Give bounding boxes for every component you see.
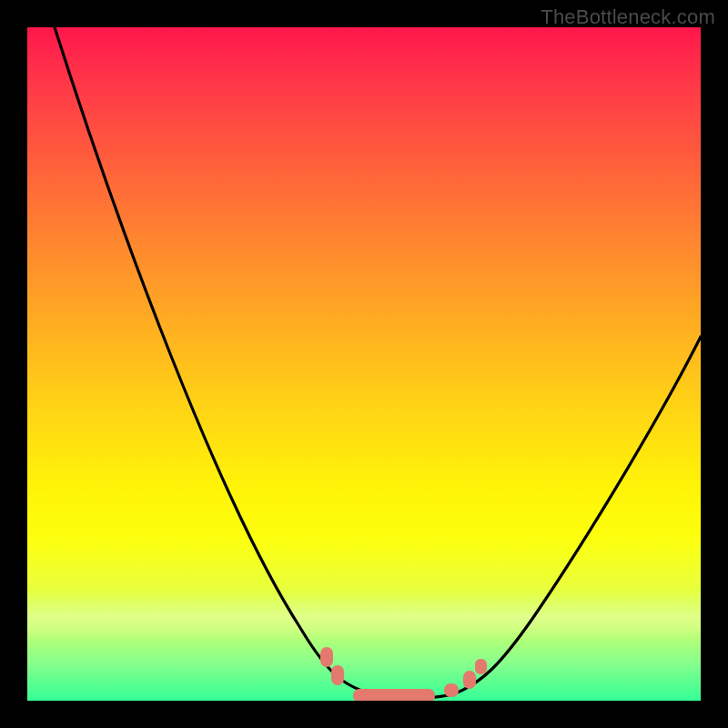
svg-rect-2	[353, 689, 435, 701]
bottleneck-curve	[27, 27, 701, 701]
trough-markers	[320, 647, 487, 701]
curve-path	[55, 27, 701, 698]
svg-rect-1	[331, 665, 344, 685]
plot-area	[27, 27, 701, 701]
svg-rect-4	[463, 671, 476, 689]
svg-rect-0	[320, 647, 333, 667]
svg-rect-3	[444, 683, 459, 697]
chart-frame: TheBottleneck.com	[0, 0, 728, 728]
watermark-text: TheBottleneck.com	[541, 5, 715, 29]
svg-rect-5	[475, 659, 487, 674]
